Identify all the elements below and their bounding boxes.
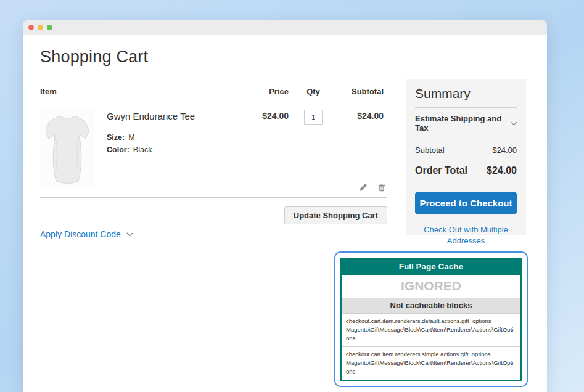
delete-item-icon[interactable] [377, 183, 386, 192]
option-value: Black [133, 145, 152, 154]
option-label: Size: [107, 133, 125, 142]
divider [415, 160, 517, 160]
product-name[interactable]: Gwyn Endurance Tee [107, 111, 195, 121]
estimate-shipping-toggle[interactable]: Estimate Shipping and Tax [415, 114, 517, 133]
fpc-debug-inner: Full Page Cache IGNORED Not cacheable bl… [340, 258, 522, 381]
option-label: Color: [107, 145, 130, 154]
tshirt-image [40, 108, 94, 186]
desktop-background: Shopping Cart Item Price Qty Subtotal [0, 0, 584, 392]
fpc-debug-box: Full Page Cache IGNORED Not cacheable bl… [334, 251, 528, 387]
divider [415, 107, 517, 108]
window-titlebar [23, 20, 547, 35]
fpc-block-class: Magento\GiftMessage\Block\Cart\Item\Rend… [346, 325, 516, 343]
fpc-debug-status: IGNORED [342, 275, 520, 298]
pencil-icon [359, 183, 368, 192]
column-header-item: Item [40, 87, 227, 96]
proceed-to-checkout-button[interactable]: Proceed to Checkout [415, 192, 517, 214]
order-total-value: $24.00 [487, 165, 517, 176]
fpc-block-name: checkout.cart.item.renderers.simple.acti… [346, 350, 516, 359]
column-header-subtotal: Subtotal [333, 87, 387, 96]
multi-address-checkout-link[interactable]: Check Out with Multiple Addresses [417, 224, 516, 247]
item-price: $24.00 [227, 108, 289, 197]
summary-panel: Summary Estimate Shipping and Tax Subtot… [406, 79, 526, 235]
fpc-debug-section-title: Not cacheable blocks [342, 298, 520, 314]
qty-input[interactable] [304, 110, 323, 125]
cart-table-header: Item Price Qty Subtotal [40, 87, 387, 102]
item-qty-cell [294, 108, 333, 197]
subtotal-value: $24.00 [492, 145, 517, 155]
column-header-qty: Qty [294, 87, 333, 96]
option-value: M [128, 133, 134, 142]
fpc-debug-title: Full Page Cache [342, 259, 520, 275]
estimate-shipping-label: Estimate Shipping and Tax [415, 114, 511, 133]
subtotal-label: Subtotal [415, 145, 445, 155]
minimize-window-button[interactable] [38, 25, 43, 30]
cart-table-footer: Update Shopping Cart [40, 206, 387, 224]
edit-item-icon[interactable] [359, 183, 368, 192]
page-title: Shopping Cart [40, 47, 148, 67]
product-option-size: Size:M [107, 131, 195, 144]
subtotal-row: Subtotal $24.00 [415, 145, 517, 155]
divider [415, 139, 517, 139]
cart-item-row: Gwyn Endurance Tee Size:M Color:Black $2… [40, 102, 387, 198]
fpc-block-name: checkout.cart.item.renderers.default.act… [346, 317, 516, 325]
product-options: Size:M Color:Black [107, 131, 195, 156]
zoom-window-button[interactable] [47, 25, 52, 30]
cart-table: Item Price Qty Subtotal [40, 87, 387, 224]
order-total-label: Order Total [415, 165, 467, 176]
close-window-button[interactable] [28, 25, 34, 30]
fpc-block-class: Magento\GiftMessage\Block\Cart\Item\Rend… [346, 359, 516, 376]
summary-title: Summary [415, 86, 517, 101]
fpc-debug-block: checkout.cart.item.renderers.simple.acti… [342, 346, 520, 380]
product-option-color: Color:Black [107, 144, 195, 156]
browser-window: Shopping Cart Item Price Qty Subtotal [23, 20, 547, 392]
fpc-debug-block: checkout.cart.item.renderers.default.act… [342, 314, 520, 346]
order-total-row: Order Total $24.00 [415, 165, 517, 176]
update-cart-button[interactable]: Update Shopping Cart [284, 206, 387, 224]
apply-discount-toggle[interactable]: Apply Discount Code [40, 229, 133, 239]
product-image[interactable] [40, 108, 94, 186]
product-info: Gwyn Endurance Tee Size:M Color:Black [107, 108, 195, 197]
cart-item-cell: Gwyn Endurance Tee Size:M Color:Black [40, 108, 227, 197]
chevron-down-icon [511, 121, 517, 126]
item-actions [359, 183, 386, 192]
chevron-down-icon [126, 232, 133, 237]
apply-discount-label: Apply Discount Code [40, 229, 121, 239]
column-header-price: Price [227, 87, 289, 96]
trash-icon [377, 183, 386, 192]
